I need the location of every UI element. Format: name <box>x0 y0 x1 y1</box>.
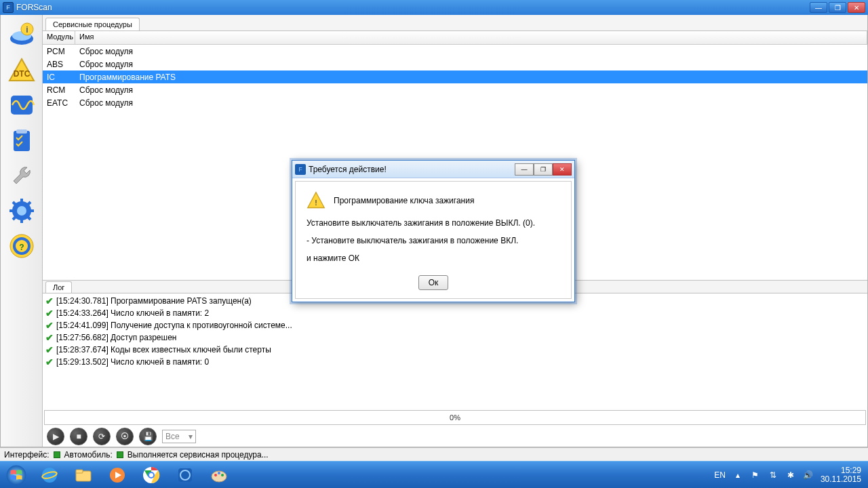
table-row[interactable]: EATCСброс модуля <box>43 96 867 109</box>
log-body: ✔[15:24:30.781] Программирование PATS за… <box>43 293 867 409</box>
stop-button[interactable]: ■ <box>70 428 87 445</box>
tab-service-procedures[interactable]: Сервисные процедуры <box>45 18 140 30</box>
warning-icon: ! <box>307 191 326 210</box>
lang-indicator[interactable]: EN <box>714 470 726 480</box>
svg-line-17 <box>28 202 31 205</box>
service-button[interactable] <box>6 160 37 191</box>
table-row[interactable]: ICПрограммирование PATS <box>43 70 867 83</box>
start-button[interactable] <box>0 462 33 489</box>
tests-button[interactable] <box>6 125 37 156</box>
taskbar-explorer[interactable] <box>66 463 100 487</box>
action-required-dialog: F Требуется действие! — ❐ ✕ ! Программир… <box>292 160 575 302</box>
dtc-button[interactable]: DTC <box>6 54 37 85</box>
reload-button[interactable]: ⟳ <box>93 428 111 445</box>
progress-text: 0% <box>450 413 460 422</box>
left-toolbar: i DTC ? <box>1 15 43 447</box>
svg-point-38 <box>218 472 220 474</box>
col-module[interactable]: Модуль <box>43 31 75 44</box>
taskbar-paint[interactable] <box>202 463 236 487</box>
log-line: ✔[15:28:37.674] Коды всех известных ключ… <box>45 344 865 356</box>
progress-bar: 0% <box>44 410 866 425</box>
action-center-icon[interactable]: ⚑ <box>750 470 761 481</box>
volume-icon[interactable]: 🔊 <box>803 470 814 481</box>
tab-row: Сервисные процедуры <box>43 15 867 31</box>
cell-module: EATC <box>43 98 75 108</box>
col-name[interactable]: Имя <box>75 31 867 44</box>
svg-point-37 <box>214 474 217 476</box>
vehicle-info-button[interactable]: i <box>6 19 37 50</box>
status-bar: Интерфейс: Автомобиль: Выполняется серви… <box>0 447 868 461</box>
log-line: ✔[15:24:33.264] Число ключей в памяти: 2 <box>45 307 865 319</box>
status-interface-label: Интерфейс: <box>4 450 50 460</box>
status-vehicle-label: Автомобиль: <box>64 450 113 460</box>
show-hidden-icons[interactable]: ▴ <box>732 470 743 481</box>
table-body: PCMСброс модуляABSСброс модуляICПрограмм… <box>43 45 867 109</box>
svg-rect-6 <box>11 96 33 115</box>
svg-point-33 <box>149 473 153 477</box>
taskbar-chrome[interactable] <box>134 463 168 487</box>
record-button[interactable]: ⦿ <box>116 428 134 445</box>
cell-name: Сброс модуля <box>75 47 867 56</box>
cell-name: Сброс модуля <box>75 60 867 69</box>
svg-text:i: i <box>26 25 28 35</box>
window-title: FORScan <box>16 3 810 12</box>
clock[interactable]: 15:29 30.11.2015 <box>821 466 861 484</box>
dialog-maximize-button[interactable]: ❐ <box>534 163 553 176</box>
cell-module: IC <box>43 73 75 82</box>
svg-point-10 <box>17 206 26 216</box>
dialog-close-button[interactable]: ✕ <box>553 163 572 176</box>
svg-text:DTC: DTC <box>13 69 30 79</box>
table-row[interactable]: PCMСброс модуля <box>43 45 867 58</box>
dialog-heading: Программирование ключа зажигания <box>334 196 474 205</box>
dialog-minimize-button[interactable]: — <box>515 163 534 176</box>
taskbar: EN ▴ ⚑ ⇅ ✱ 🔊 15:29 30.11.2015 <box>0 461 868 488</box>
dialog-titlebar[interactable]: F Требуется действие! — ❐ ✕ <box>292 161 574 178</box>
dialog-line1: Установите выключатель зажигания в полож… <box>307 218 560 228</box>
save-button[interactable]: 💾 <box>139 428 157 445</box>
check-icon: ✔ <box>45 319 54 331</box>
log-line: ✔[15:24:41.099] Получение доступа к прот… <box>45 319 865 331</box>
settings-button[interactable] <box>6 195 37 226</box>
window-titlebar: F FORScan — ❐ ✕ <box>0 0 868 15</box>
status-operation: Выполняется сервисная процедура... <box>127 450 269 460</box>
taskbar-ie[interactable] <box>33 463 66 487</box>
table-header: Модуль Имя <box>43 31 867 45</box>
dialog-line2: - Установите выключатель зажигания в пол… <box>307 236 560 245</box>
play-button[interactable]: ▶ <box>47 428 64 445</box>
minimize-button[interactable]: — <box>810 2 827 13</box>
interface-indicator <box>54 451 60 458</box>
filter-combo[interactable]: Все▾ <box>162 430 196 443</box>
svg-line-18 <box>13 217 16 220</box>
system-tray: EN ▴ ⚑ ⇅ ✱ 🔊 15:29 30.11.2015 <box>714 466 868 484</box>
table-row[interactable]: RCMСброс модуля <box>43 83 867 96</box>
svg-rect-7 <box>14 131 30 151</box>
tab-log[interactable]: Лог <box>45 281 72 293</box>
taskbar-forscan[interactable] <box>168 463 202 487</box>
svg-rect-28 <box>76 470 83 473</box>
vehicle-indicator <box>117 451 123 458</box>
taskbar-wmp[interactable] <box>100 463 134 487</box>
cell-module: ABS <box>43 60 75 69</box>
svg-text:?: ? <box>19 243 24 252</box>
svg-line-16 <box>28 217 31 220</box>
cell-name: Программирование PATS <box>75 73 867 82</box>
close-button[interactable]: ✕ <box>848 2 865 13</box>
table-row[interactable]: ABSСброс модуля <box>43 58 867 70</box>
svg-point-24 <box>7 465 26 485</box>
dialog-line3: и нажмите ОК <box>307 253 560 263</box>
cell-name: Сброс модуля <box>75 85 867 95</box>
check-icon: ✔ <box>45 331 54 344</box>
log-line: ✔[15:27:56.682] Доступ разрешен <box>45 331 865 344</box>
help-button[interactable]: ? <box>6 230 37 262</box>
cell-name: Сброс модуля <box>75 98 867 108</box>
network-icon[interactable]: ⇅ <box>768 470 778 481</box>
ok-button[interactable]: Ок <box>418 275 449 290</box>
oscilloscope-button[interactable] <box>6 89 37 121</box>
app-icon: F <box>3 2 14 13</box>
check-icon: ✔ <box>45 307 54 319</box>
bluetooth-icon[interactable]: ✱ <box>785 470 796 481</box>
svg-point-39 <box>221 474 224 476</box>
check-icon: ✔ <box>45 344 54 356</box>
dialog-app-icon: F <box>295 164 306 175</box>
maximize-button[interactable]: ❐ <box>829 2 846 13</box>
